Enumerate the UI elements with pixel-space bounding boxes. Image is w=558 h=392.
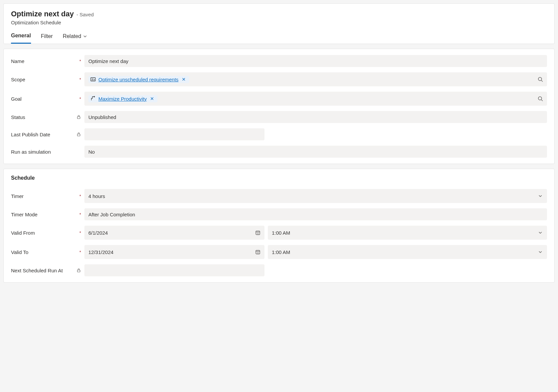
field-label: Goal xyxy=(11,96,78,102)
input-value: 6/1/2024 xyxy=(88,230,108,236)
input-value: No xyxy=(88,149,95,155)
field-valid-from: Valid From * 6/1/2024 1:00 AM xyxy=(11,226,547,240)
field-label: Valid To xyxy=(11,249,78,255)
last-publish-date-input xyxy=(84,128,264,140)
field-name: Name * Optimize next day xyxy=(11,55,547,67)
valid-to-time-input[interactable]: 1:00 AM xyxy=(268,245,547,259)
input-value: 1:00 AM xyxy=(272,249,290,255)
valid-from-time-input[interactable]: 1:00 AM xyxy=(268,226,547,240)
next-scheduled-run-at-input xyxy=(84,264,264,276)
svg-point-13 xyxy=(257,234,258,234)
svg-point-22 xyxy=(258,253,259,254)
run-as-simulation-input[interactable]: No xyxy=(84,146,547,158)
name-input[interactable]: Optimize next day xyxy=(84,55,547,67)
input-value: 4 hours xyxy=(88,193,105,199)
svg-rect-5 xyxy=(77,117,80,119)
tabs: General Filter Related xyxy=(11,33,547,44)
required-indicator: * xyxy=(79,194,81,199)
chevron-down-icon xyxy=(536,191,545,201)
lookup-tag: Optimize unscheduled requirements ✕ xyxy=(88,76,189,83)
svg-point-19 xyxy=(258,252,259,253)
field-label: Timer Mode xyxy=(11,212,78,217)
field-label: Status xyxy=(11,114,76,120)
status-input: Unpublished xyxy=(84,111,547,123)
svg-point-18 xyxy=(257,252,258,253)
header-card: Optimize next day - Saved Optimization S… xyxy=(3,3,555,44)
timer-mode-input[interactable]: After Job Completion xyxy=(84,208,547,220)
remove-tag-icon[interactable]: ✕ xyxy=(149,96,155,101)
chevron-down-icon xyxy=(83,34,87,38)
svg-point-9 xyxy=(257,233,257,233)
svg-point-12 xyxy=(257,234,257,234)
input-value: Optimize next day xyxy=(88,58,128,64)
scope-entity-icon xyxy=(90,77,96,82)
input-value: Unpublished xyxy=(88,114,116,120)
field-timer: Timer * 4 hours xyxy=(11,189,547,203)
lock-icon xyxy=(76,132,81,137)
input-value: 12/31/2024 xyxy=(88,249,113,255)
scope-lookup[interactable]: Optimize unscheduled requirements ✕ xyxy=(84,72,547,86)
calendar-icon[interactable] xyxy=(253,228,262,237)
save-status: - Saved xyxy=(76,12,94,17)
scope-link[interactable]: Optimize unscheduled requirements xyxy=(98,77,178,82)
tab-general[interactable]: General xyxy=(11,33,31,44)
input-value: After Job Completion xyxy=(88,212,135,217)
calendar-icon[interactable] xyxy=(253,247,262,257)
field-run-as-simulation: Run as simulation No xyxy=(11,146,547,158)
section-general: Name * Optimize next day Scope * xyxy=(3,49,555,164)
svg-rect-0 xyxy=(91,78,95,81)
field-next-scheduled-run-at: Next Scheduled Run At xyxy=(11,264,547,276)
required-indicator: * xyxy=(79,77,81,82)
tab-filter[interactable]: Filter xyxy=(41,33,53,44)
goal-link[interactable]: Maximize Productivity xyxy=(98,96,147,102)
field-last-publish-date: Last Publish Date xyxy=(11,128,547,140)
chevron-down-icon xyxy=(536,247,545,257)
field-label: Next Scheduled Run At xyxy=(11,268,76,273)
remove-tag-icon[interactable]: ✕ xyxy=(181,77,186,82)
goal-lookup[interactable]: Maximize Productivity ✕ xyxy=(84,92,547,106)
svg-rect-23 xyxy=(77,270,80,272)
field-timer-mode: Timer Mode * After Job Completion xyxy=(11,208,547,220)
required-indicator: * xyxy=(79,230,81,235)
valid-from-date-input[interactable]: 6/1/2024 xyxy=(84,226,264,240)
field-scope: Scope * Optimize unscheduled requirement… xyxy=(11,72,547,86)
field-label: Name xyxy=(11,58,78,64)
svg-point-20 xyxy=(257,253,257,254)
tab-label: Filter xyxy=(41,33,53,39)
field-goal: Goal * Maximize Productivity ✕ xyxy=(11,92,547,106)
search-icon[interactable] xyxy=(536,75,545,84)
svg-point-10 xyxy=(257,233,258,233)
input-value: 1:00 AM xyxy=(272,230,290,236)
section-title: Schedule xyxy=(11,175,547,181)
field-label: Run as simulation xyxy=(11,149,81,155)
svg-line-2 xyxy=(541,80,543,82)
required-indicator: * xyxy=(79,212,81,217)
svg-point-11 xyxy=(258,233,259,233)
svg-point-14 xyxy=(258,234,259,234)
lock-icon xyxy=(76,115,81,119)
tab-label: General xyxy=(11,33,31,39)
required-indicator: * xyxy=(79,96,81,101)
field-label: Scope xyxy=(11,77,78,82)
valid-to-date-input[interactable]: 12/31/2024 xyxy=(84,245,264,259)
tab-label: Related xyxy=(63,33,81,39)
svg-rect-6 xyxy=(77,134,80,136)
svg-point-1 xyxy=(538,77,542,81)
tab-related[interactable]: Related xyxy=(63,33,87,44)
required-indicator: * xyxy=(79,59,81,64)
search-icon[interactable] xyxy=(536,94,545,103)
field-label: Timer xyxy=(11,193,78,199)
field-valid-to: Valid To * 12/31/2024 1:00 AM xyxy=(11,245,547,259)
section-schedule: Schedule Timer * 4 hours Timer Mode xyxy=(3,169,555,283)
entity-name: Optimization Schedule xyxy=(11,20,547,25)
chevron-down-icon xyxy=(536,228,545,237)
field-status: Status Unpublished xyxy=(11,111,547,123)
required-indicator: * xyxy=(79,250,81,255)
field-label: Valid From xyxy=(11,230,78,236)
page-title: Optimize next day xyxy=(11,10,74,18)
lookup-tag: Maximize Productivity ✕ xyxy=(88,95,157,102)
timer-select[interactable]: 4 hours xyxy=(84,189,547,203)
svg-point-21 xyxy=(257,253,258,254)
field-label: Last Publish Date xyxy=(11,132,76,137)
svg-line-4 xyxy=(541,100,543,101)
